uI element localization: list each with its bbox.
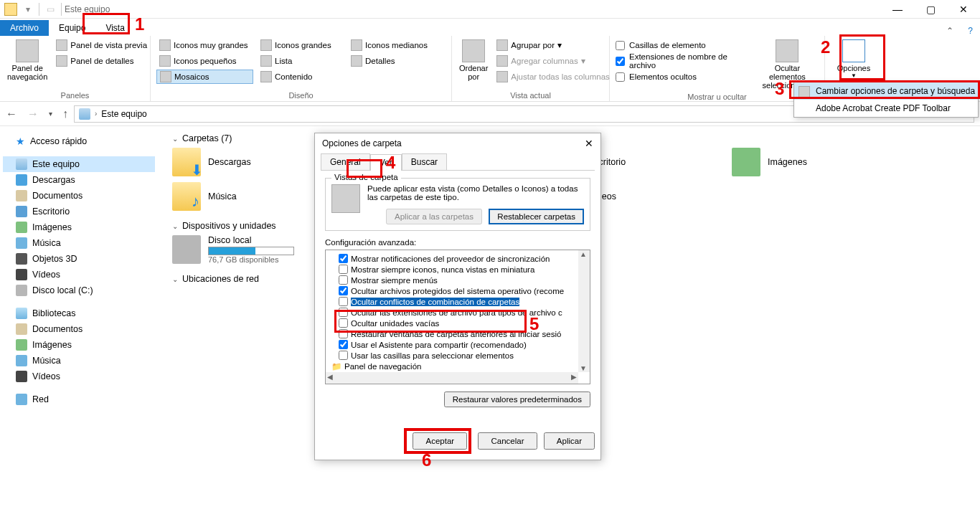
vistas-group-text: Puede aplicar esta vista (como Detalles … bbox=[367, 184, 584, 201]
desktop-icon bbox=[16, 206, 27, 217]
sidebar-bib-documentos[interactable]: Documentos bbox=[3, 321, 155, 337]
callout-2: 2 bbox=[821, 37, 830, 57]
panel-vista-previa-button[interactable]: Panel de vista previa bbox=[53, 38, 150, 52]
close-button[interactable]: ✕ bbox=[947, 0, 980, 19]
aplicar-button[interactable]: Aplicar bbox=[544, 432, 595, 450]
aplicar-carpetas-button[interactable]: Aplicar a las carpetas bbox=[386, 209, 482, 224]
layout-contenido[interactable]: Contenido bbox=[258, 70, 344, 84]
hide-items-icon bbox=[776, 39, 798, 62]
sidebar-red[interactable]: Red bbox=[3, 392, 155, 407]
3d-icon bbox=[16, 253, 27, 265]
dialog-tab-buscar[interactable]: Buscar bbox=[402, 153, 447, 170]
adv-option-0[interactable]: Mostrar notificaciones del proveedor de … bbox=[329, 253, 587, 264]
sidebar-bib-videos[interactable]: Vídeos bbox=[3, 369, 155, 384]
adv-option-1[interactable]: Mostrar siempre iconos, nunca vistas en … bbox=[329, 264, 587, 275]
ribbon-tabs: Archivo Equipo Vista ⌃ ? bbox=[0, 19, 980, 36]
callout-box-4 bbox=[347, 159, 382, 178]
sidebar-objetos3d[interactable]: Objetos 3D bbox=[3, 251, 155, 267]
folder-view-icon bbox=[331, 184, 360, 213]
sidebar-bib-musica[interactable]: Música bbox=[3, 353, 155, 369]
sidebar-documentos[interactable]: Documentos bbox=[3, 188, 155, 204]
restablecer-carpetas-button[interactable]: Restablecer carpetas bbox=[489, 209, 584, 224]
sidebar-descargas[interactable]: Descargas bbox=[3, 172, 155, 188]
sort-icon bbox=[462, 39, 485, 62]
sidebar-acceso-rapido[interactable]: ★Acceso rápido bbox=[3, 133, 155, 149]
layout-muy-grandes[interactable]: Iconos muy grandes bbox=[156, 38, 253, 52]
tile-disco-local[interactable]: Disco local 76,7 GB disponibles bbox=[172, 235, 323, 264]
sidebar-videos[interactable]: Vídeos bbox=[3, 267, 155, 283]
folder-icon: ⬇ bbox=[172, 148, 201, 176]
vertical-scrollbar[interactable] bbox=[578, 250, 590, 372]
panel-navegacion-button[interactable]: Panel de navegación bbox=[6, 38, 49, 82]
layout-lista[interactable]: Lista bbox=[258, 54, 344, 68]
tab-archivo[interactable]: Archivo bbox=[0, 20, 49, 36]
dialog-close-button[interactable]: ✕ bbox=[585, 138, 593, 149]
agrupar-por-button[interactable]: Agrupar por ▾ bbox=[494, 38, 612, 52]
cancelar-button[interactable]: Cancelar bbox=[478, 432, 537, 450]
ribbon-collapse-icon[interactable]: ⌃ bbox=[939, 26, 961, 36]
network-icon bbox=[16, 394, 27, 405]
restaurar-valores-button[interactable]: Restaurar valores predeterminados bbox=[444, 392, 590, 407]
adv-option-4[interactable]: Ocultar conflictos de combinación de car… bbox=[329, 296, 587, 307]
minimize-button[interactable]: — bbox=[881, 0, 914, 19]
menu-adobe-toolbar[interactable]: Adobe Acrobat Create PDF Toolbar bbox=[794, 100, 978, 117]
adv-option-9[interactable]: Usar las casillas para seleccionar eleme… bbox=[329, 350, 587, 361]
callout-6: 6 bbox=[422, 450, 431, 470]
pictures-icon bbox=[732, 148, 760, 176]
tile-musica[interactable]: ♪Música bbox=[172, 182, 323, 211]
forward-button[interactable]: → bbox=[27, 108, 39, 120]
sidebar-escritorio[interactable]: Escritorio bbox=[3, 204, 155, 219]
documents-icon bbox=[16, 190, 27, 201]
ribbon-help-icon[interactable]: ? bbox=[961, 26, 980, 36]
tile-descargas[interactable]: ⬇Descargas bbox=[172, 148, 323, 176]
adv-option-8[interactable]: Usar el Asistente para compartir (recome… bbox=[329, 339, 587, 350]
drive-icon bbox=[16, 285, 27, 296]
videos-icon bbox=[16, 371, 27, 382]
group-paneles-title: Paneles bbox=[6, 90, 144, 100]
sidebar-bib-imagenes[interactable]: Imágenes bbox=[3, 337, 155, 353]
ocultos-checkbox[interactable]: Elementos ocultos bbox=[616, 70, 752, 84]
agregar-columnas-button[interactable]: Agregar columnas ▾ bbox=[494, 54, 612, 68]
recent-dropdown-icon[interactable]: ▾ bbox=[49, 110, 52, 118]
sidebar-este-equipo[interactable]: Este equipo bbox=[3, 156, 155, 172]
medium-icons-icon bbox=[351, 39, 362, 51]
explorer-icon bbox=[4, 3, 17, 16]
documents-icon bbox=[16, 323, 27, 335]
sidebar-musica[interactable]: Música bbox=[3, 235, 155, 251]
ordenar-por-button[interactable]: Ordenar por bbox=[458, 38, 489, 84]
downloads-icon bbox=[16, 174, 27, 186]
qat-properties-icon[interactable]: ▭ bbox=[44, 3, 57, 16]
group-mostrar-title: Mostrar u ocultar bbox=[616, 91, 819, 101]
chevron-down-icon: ⌄ bbox=[172, 135, 178, 143]
panel-detalles-button[interactable]: Panel de detalles bbox=[53, 54, 150, 68]
group-icon bbox=[496, 39, 508, 51]
layout-detalles[interactable]: Detalles bbox=[348, 54, 434, 68]
fit-cols-icon bbox=[496, 71, 508, 82]
ajustar-columnas-button[interactable]: Ajustar todas las columnas bbox=[494, 70, 612, 84]
maximize-button[interactable]: ▢ bbox=[914, 0, 947, 19]
details-panel-icon bbox=[56, 55, 67, 67]
drive-icon bbox=[172, 235, 201, 264]
layout-grandes[interactable]: Iconos grandes bbox=[258, 38, 344, 52]
up-button[interactable]: ↑ bbox=[62, 108, 68, 120]
callout-box-1 bbox=[83, 13, 130, 34]
group-diseno-title: Diseño bbox=[156, 90, 446, 100]
adv-option-3[interactable]: Ocultar archivos protegidos del sistema … bbox=[329, 285, 587, 296]
callout-box-6: Aceptar bbox=[404, 428, 471, 454]
sidebar-disco-c[interactable]: Disco local (C:) bbox=[3, 283, 155, 298]
casillas-checkbox[interactable]: Casillas de elemento bbox=[616, 38, 752, 52]
extensiones-checkbox[interactable]: Extensiones de nombre de archivo bbox=[616, 54, 752, 68]
adv-option-2[interactable]: Mostrar siempre menús bbox=[329, 275, 587, 285]
layout-mosaicos[interactable]: Mosaicos bbox=[156, 70, 253, 84]
layout-pequenos[interactable]: Iconos pequeños bbox=[156, 54, 253, 68]
sidebar-bibliotecas[interactable]: Bibliotecas bbox=[3, 305, 155, 321]
qat-dropdown-icon[interactable]: ▾ bbox=[22, 3, 34, 16]
callout-box-5 bbox=[334, 310, 527, 333]
aceptar-button[interactable]: Aceptar bbox=[413, 432, 467, 450]
sidebar-imagenes[interactable]: Imágenes bbox=[3, 219, 155, 235]
tile-imagenes[interactable]: Imágenes bbox=[732, 148, 882, 176]
layout-medianos[interactable]: Iconos medianos bbox=[348, 38, 434, 52]
dialog-title: Opciones de carpeta bbox=[322, 138, 402, 148]
back-button[interactable]: ← bbox=[6, 108, 17, 120]
horizontal-scrollbar[interactable] bbox=[326, 372, 578, 384]
